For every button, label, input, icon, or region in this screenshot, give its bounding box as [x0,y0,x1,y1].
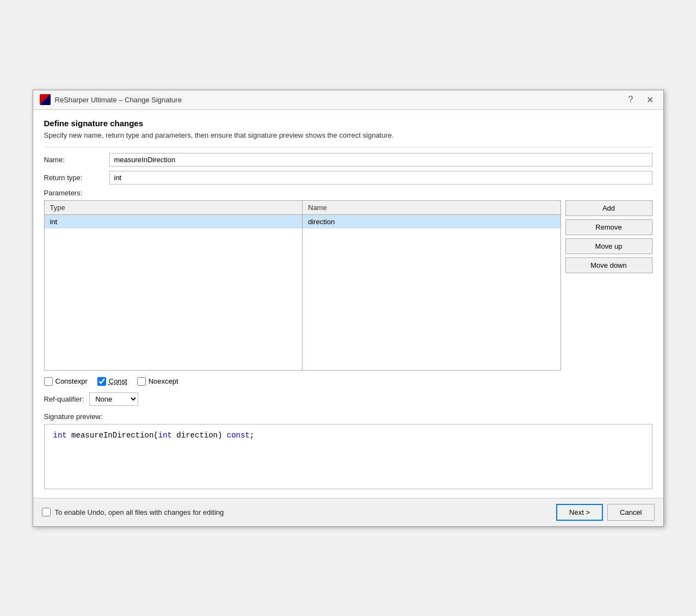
undo-label: To enable Undo, open all files with chan… [55,508,224,516]
const-label: Const [109,377,127,385]
sig-param-type: int [158,431,172,440]
constexpr-checkbox[interactable] [44,377,53,386]
name-input[interactable] [109,153,652,167]
sig-semicolon: ; [250,431,254,440]
refqualifier-select[interactable]: None & && [89,392,138,406]
parameters-label: Parameters: [44,189,652,197]
cancel-button[interactable]: Cancel [607,504,654,521]
title-bar-left: ReSharper Ultimate – Change Signature [40,94,182,105]
sig-method-name: measureInDirection( [67,431,158,440]
return-type-input[interactable] [109,171,652,184]
sig-const-keyword: const [227,431,250,440]
param-type-cell: int [45,214,303,229]
parameters-buttons: Add Remove Move up Move down [565,200,652,273]
sig-int-keyword: int [53,431,67,440]
refqualifier-label: Ref-qualifier: [44,395,84,403]
resharper-logo [40,94,51,105]
table-header-row: Type Name [45,201,561,215]
name-column-header: Name [303,201,561,215]
move-down-button[interactable]: Move down [565,257,652,273]
window-title: ReSharper Ultimate – Change Signature [55,96,182,104]
signature-preview-box: int measureInDirection(int direction) co… [44,424,652,489]
dialog-body: Define signature changes Specify new nam… [33,110,663,498]
footer-buttons: Next > Cancel [556,504,654,521]
change-signature-dialog: ReSharper Ultimate – Change Signature ? … [33,90,664,527]
checkboxes-row: Constexpr Const Noexcept [44,377,652,386]
title-bar-controls: ? ✕ [625,94,657,106]
const-checkbox[interactable] [97,377,106,386]
table-row[interactable]: int direction [45,214,561,229]
remove-button[interactable]: Remove [565,219,652,235]
sig-param-name: direction) [172,431,227,440]
constexpr-checkbox-item: Constexpr [44,377,88,386]
param-name-cell: direction [303,214,561,229]
refqualifier-row: Ref-qualifier: None & && [44,392,652,406]
parameters-section: Type Name int direction [44,200,652,371]
name-field-row: Name: [44,153,652,167]
name-label: Name: [44,156,109,164]
footer-left: To enable Undo, open all files with chan… [42,508,224,516]
help-button[interactable]: ? [625,94,637,106]
noexcept-checkbox-item: Noexcept [137,377,178,386]
undo-checkbox[interactable] [42,508,51,516]
return-type-field-row: Return type: [44,171,652,184]
close-button[interactable]: ✕ [643,94,657,106]
footer: To enable Undo, open all files with chan… [33,498,663,526]
section-title: Define signature changes [44,119,652,128]
return-type-label: Return type: [44,174,109,182]
signature-preview-label: Signature preview: [44,412,652,421]
const-checkbox-item: Const [97,377,127,386]
parameters-table-wrapper: Type Name int direction [44,200,561,371]
next-button[interactable]: Next > [556,504,603,521]
separator-1 [44,147,652,147]
constexpr-label: Constexpr [56,377,88,385]
type-column-header: Type [45,201,303,215]
section-subtitle: Specify new name, return type and parame… [44,131,652,139]
move-up-button[interactable]: Move up [565,238,652,254]
empty-row [45,229,561,370]
parameters-table: Type Name int direction [45,201,561,370]
add-button[interactable]: Add [565,200,652,216]
title-bar: ReSharper Ultimate – Change Signature ? … [33,90,663,110]
noexcept-checkbox[interactable] [137,377,146,386]
noexcept-label: Noexcept [149,377,178,385]
